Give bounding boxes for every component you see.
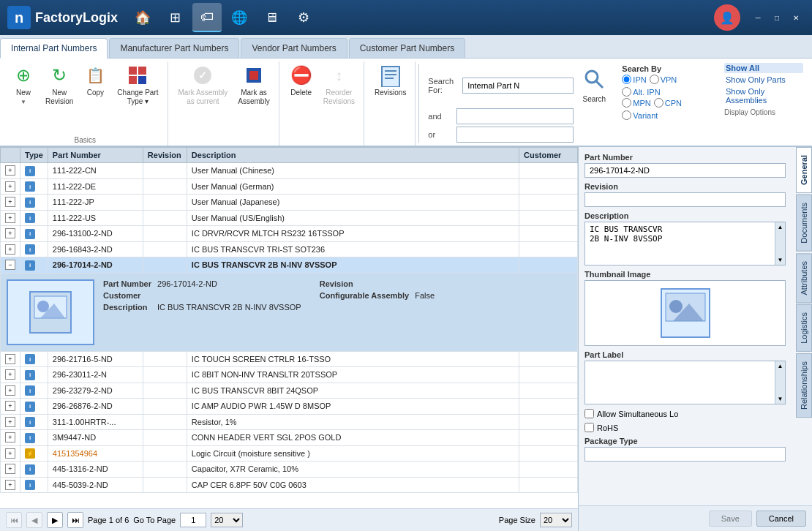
table-row[interactable]: + i 3M9447-ND CONN HEADER VERT SGL 2POS … <box>1 430 578 446</box>
expand-btn[interactable]: + <box>5 480 15 490</box>
table-row[interactable]: + i 111-222-JP User Manual (Japanese) <box>1 195 578 211</box>
search-input[interactable] <box>462 78 574 94</box>
revision-cell <box>143 430 187 446</box>
right-tab-relationships[interactable]: Relationships <box>796 353 812 418</box>
tab-manufacturer-part-numbers[interactable]: Manufacturer Part Numbers <box>109 38 239 58</box>
last-page-btn[interactable]: ⏭ <box>67 512 83 528</box>
tab-customer-part-numbers[interactable]: Customer Part Numbers <box>349 38 465 58</box>
table-row[interactable]: + i 111-222-US User Manual (US/English) <box>1 210 578 226</box>
search-and-input[interactable] <box>456 108 574 124</box>
table-row[interactable]: + i 445-5039-2-ND CAP CER 6.8PF 50V C0G … <box>1 477 578 493</box>
right-tab-attributes[interactable]: Attributes <box>796 253 812 303</box>
ribbon-group-delete: ⛔ Delete ↕ ReorderRevisions <box>281 61 364 146</box>
go-to-page-input[interactable] <box>180 513 206 527</box>
expand-btn[interactable]: + <box>5 417 15 427</box>
expand-btn[interactable]: − <box>5 260 15 270</box>
expand-btn[interactable]: + <box>5 228 15 238</box>
table-row[interactable]: + i 296-13100-2-ND IC DRVR/RCVR MLTCH RS… <box>1 226 578 242</box>
nav-monitor-btn[interactable]: 🖥 <box>257 3 286 32</box>
expand-btn[interactable]: + <box>5 448 15 459</box>
type-icon: i <box>25 480 35 490</box>
table-row[interactable]: + i 111-222-DE User Manual (German) <box>1 178 578 195</box>
new-button[interactable]: ⊕ New ▼ <box>7 61 40 108</box>
rohs-label: RoHS <box>597 423 618 432</box>
change-part-type-button[interactable]: Change PartType ▾ <box>113 61 162 108</box>
show-only-assemblies-btn[interactable]: Show Only Assemblies <box>724 86 803 105</box>
expand-btn[interactable]: + <box>5 165 15 176</box>
table-row[interactable]: + i 296-16843-2-ND IC BUS TRANSCVR TRI-S… <box>1 241 578 257</box>
page-size-select2[interactable]: 20 50 100 <box>540 513 572 527</box>
table-row[interactable]: + i 296-26876-2-ND IC AMP AUDIO PWR 1.45… <box>1 399 578 415</box>
table-row[interactable]: + i 296-23011-2-N IC 8BIT NON-INV TRANSL… <box>1 367 578 383</box>
expand-btn[interactable]: + <box>5 354 15 364</box>
label-scroll-down[interactable]: ▼ <box>778 396 783 402</box>
expand-btn[interactable]: + <box>5 244 15 255</box>
revision-cell <box>143 241 187 257</box>
save-button[interactable]: Save <box>709 511 752 527</box>
vpn-radio[interactable]: VPN <box>650 75 677 84</box>
expand-btn[interactable]: + <box>5 181 15 192</box>
mark-as-assembly-button[interactable]: Mark asAssembly <box>233 61 274 108</box>
reorder-revisions-button[interactable]: ↕ ReorderRevisions <box>319 61 359 108</box>
variant-radio[interactable]: Variant <box>622 110 658 120</box>
right-tab-general[interactable]: General <box>796 147 812 193</box>
nav-settings-btn[interactable]: ⚙ <box>289 3 318 32</box>
nav-globe-btn[interactable]: 🌐 <box>225 3 254 32</box>
package-type-input[interactable] <box>584 447 786 462</box>
delete-button[interactable]: ⛔ Delete <box>285 61 317 99</box>
table-row[interactable]: + ⚡ 4151354964 Logic Circuit (moisture s… <box>1 445 578 462</box>
user-account-btn[interactable]: 👤 <box>714 4 740 31</box>
svg-text:✓: ✓ <box>198 69 207 81</box>
right-tab-logistics[interactable]: Logistics <box>796 304 812 352</box>
cpn-radio[interactable]: CPN <box>654 98 682 108</box>
search-button[interactable]: Search <box>576 64 612 106</box>
expand-btn[interactable]: + <box>5 432 15 442</box>
right-tab-documents[interactable]: Documents <box>796 195 812 252</box>
new-revision-button[interactable]: ↻ New Revision <box>41 61 78 108</box>
expand-btn[interactable]: + <box>5 385 15 396</box>
desc-scroll-down[interactable]: ▼ <box>778 257 783 263</box>
table-row[interactable]: + i 296-23279-2-ND IC BUS TRANSCVR 8BIT … <box>1 383 578 399</box>
label-scroll-up[interactable]: ▲ <box>778 363 783 369</box>
prev-page-btn[interactable]: ◀ <box>26 512 42 528</box>
allow-simultaneous-checkbox[interactable] <box>584 409 594 418</box>
rohs-checkbox[interactable] <box>584 423 594 432</box>
mpn-radio[interactable]: MPN <box>622 98 650 108</box>
mark-assembly-current-button[interactable]: ✓ Mark Assemblyas current <box>174 61 233 108</box>
first-page-btn[interactable]: ⏮ <box>6 512 22 528</box>
revision-field-input[interactable] <box>584 192 786 207</box>
expand-btn[interactable]: + <box>5 401 15 411</box>
revisions-button[interactable]: Revisions <box>370 61 410 99</box>
expand-btn[interactable]: + <box>5 213 15 223</box>
table-row-selected[interactable]: − i 296-17014-2-ND IC BUS TRANSCVR 2B N-… <box>1 257 578 274</box>
show-only-parts-btn[interactable]: Show Only Parts <box>724 75 803 85</box>
cancel-button[interactable]: Cancel <box>756 511 806 527</box>
expand-btn[interactable]: + <box>5 369 15 380</box>
page-size-select[interactable]: 20 50 100 <box>211 513 243 527</box>
table-row[interactable]: + i 311-1.00HRTR-... Resistor, 1% <box>1 414 578 430</box>
ipn-radio[interactable]: IPN <box>622 75 646 84</box>
table-row[interactable]: + i 445-1316-2-ND Capacitor, X7R Ceramic… <box>1 462 578 478</box>
description-field-textarea[interactable]: IC BUS TRANSCVR 2B N-INV 8VSSOP <box>585 222 785 265</box>
search-or-input[interactable] <box>456 127 574 143</box>
nav-grid-btn[interactable]: ⊞ <box>160 3 189 32</box>
table-row[interactable]: + i 111-222-CN User Manual (Chinese) <box>1 163 578 179</box>
description-cell: Resistor, 1% <box>187 414 519 430</box>
expand-btn[interactable]: + <box>5 464 15 474</box>
table-row[interactable]: + i 296-21716-5-ND IC TOUCH SCREEN CTRLR… <box>1 351 578 367</box>
nav-parts-btn[interactable]: 🏷 <box>192 3 222 32</box>
next-page-btn[interactable]: ▶ <box>47 512 63 528</box>
tab-internal-part-numbers[interactable]: Internal Part Numbers <box>0 38 108 59</box>
description-cell: CAP CER 6.8PF 50V C0G 0603 <box>187 477 519 493</box>
copy-button[interactable]: 📋 Copy <box>79 61 111 99</box>
minimize-btn[interactable]: ─ <box>749 12 767 23</box>
show-all-btn[interactable]: Show All <box>724 63 803 73</box>
nav-home-btn[interactable]: 🏠 <box>128 3 157 32</box>
desc-scroll-up[interactable]: ▲ <box>778 224 783 230</box>
expand-btn[interactable]: + <box>5 197 15 207</box>
maximize-btn[interactable]: □ <box>768 12 786 23</box>
alt-ipn-radio[interactable]: Alt. IPN <box>622 87 660 97</box>
part-number-field-input[interactable] <box>584 163 786 178</box>
tab-vendor-part-numbers[interactable]: Vendor Part Numbers <box>241 38 347 58</box>
close-btn[interactable]: ✕ <box>787 12 805 23</box>
